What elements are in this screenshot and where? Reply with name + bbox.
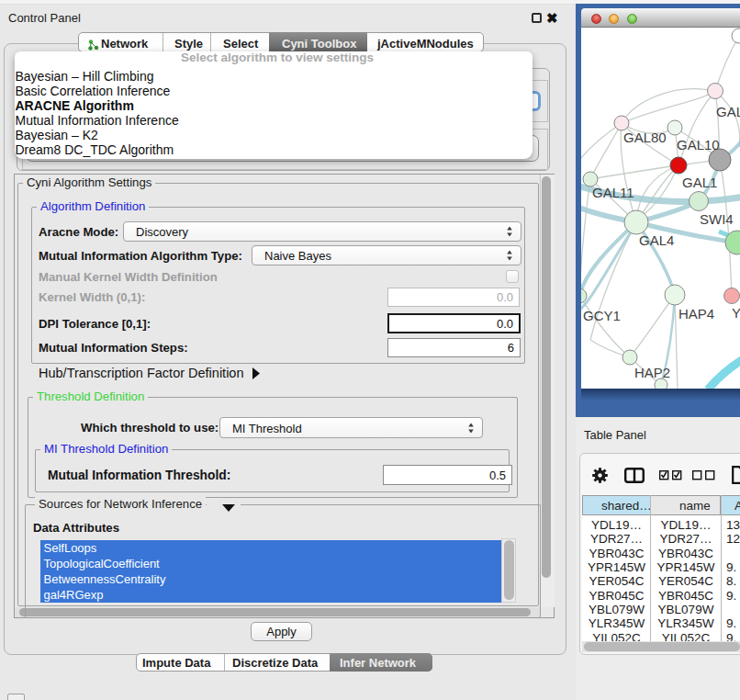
- svg-text:GCY1: GCY1: [583, 308, 621, 323]
- svg-text:GAL4: GAL4: [639, 232, 674, 248]
- svg-text:GAL11: GAL11: [592, 185, 634, 200]
- svg-text:GAL: GAL: [716, 104, 740, 119]
- svg-text:Y: Y: [732, 305, 740, 321]
- svg-text:GAL10: GAL10: [677, 137, 720, 152]
- svg-text:GAL1: GAL1: [682, 175, 717, 190]
- svg-text:HAP2: HAP2: [634, 365, 670, 380]
- svg-text:GAL80: GAL80: [623, 130, 667, 145]
- svg-text:SWI4: SWI4: [700, 211, 734, 227]
- svg-text:HAP4: HAP4: [678, 306, 714, 322]
